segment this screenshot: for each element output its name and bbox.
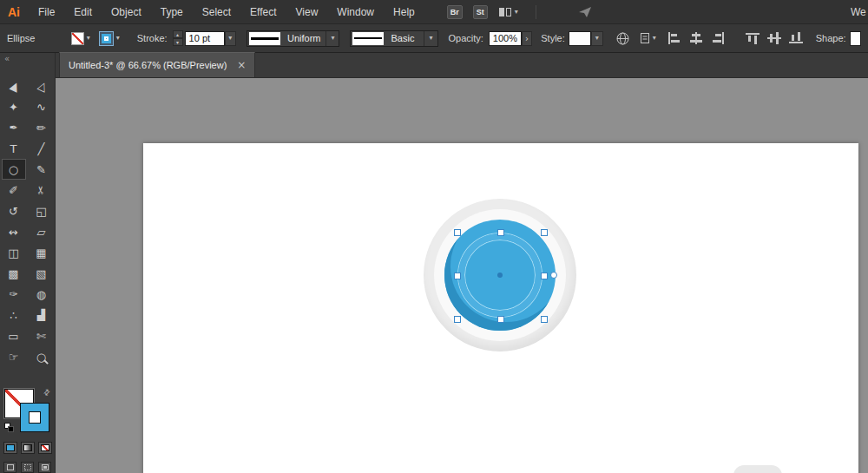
partial-shape[interactable] [733, 465, 782, 473]
selection-center-point[interactable] [497, 273, 503, 278]
line-segment-tool[interactable]: ╱ [30, 138, 54, 159]
slice-tool[interactable]: ✄ [30, 325, 54, 346]
hand-icon: ☞ [9, 351, 19, 364]
gradient-tool[interactable]: ▧ [30, 263, 54, 284]
stock-button[interactable]: St [473, 5, 488, 19]
gradient-button[interactable] [21, 442, 35, 454]
rotate-tool[interactable]: ↺ [2, 200, 26, 221]
selection-handle[interactable] [454, 316, 461, 323]
share-button[interactable] [578, 5, 592, 18]
stepper-up-icon[interactable]: ▴ [173, 30, 183, 38]
magic-wand-tool[interactable]: ✦ [2, 96, 26, 117]
column-graph-tool[interactable]: ▟ [30, 305, 54, 325]
align-horizontal-center-button[interactable] [688, 31, 704, 45]
align-vertical-bottom-button[interactable] [788, 31, 804, 45]
swap-fill-stroke-icon[interactable]: ⇄ [42, 387, 52, 397]
menu-select[interactable]: Select [193, 0, 240, 23]
width-profile-label: Uniform [282, 33, 326, 43]
align-horizontal-right-button[interactable] [710, 31, 726, 45]
scale-tool[interactable]: ◱ [30, 200, 54, 221]
selection-handle[interactable] [454, 273, 461, 279]
mesh-tool[interactable]: ▩ [2, 263, 26, 284]
ellipse-tool[interactable]: ○ [2, 159, 26, 180]
panel-collapse-button[interactable]: « [0, 53, 55, 67]
selection-handle[interactable] [541, 273, 548, 279]
perspective-grid-tool[interactable]: ▦ [30, 242, 54, 263]
menu-object[interactable]: Object [102, 0, 151, 23]
workspace-switcher[interactable]: We [851, 6, 868, 18]
symbol-sprayer-tool[interactable]: ∴ [2, 305, 26, 325]
stroke-weight-input[interactable] [185, 31, 225, 46]
menu-type[interactable]: Type [151, 0, 193, 23]
variable-width-profile-dropdown[interactable]: Uniform ▾ [247, 30, 340, 47]
direct-selection-tool[interactable]: ▷ [30, 76, 54, 96]
close-icon[interactable]: × [237, 59, 246, 71]
align-vertical-top-button[interactable] [745, 31, 760, 45]
dropdown-caret[interactable]: ▾ [326, 31, 339, 46]
color-button[interactable] [3, 442, 17, 454]
menu-effect[interactable]: Effect [240, 0, 286, 23]
stepper-down-icon[interactable]: ▾ [173, 38, 183, 46]
width-tool[interactable]: ↭ [2, 221, 26, 242]
none-icon [41, 444, 49, 451]
dropdown-caret[interactable]: ▾ [424, 31, 437, 46]
tools-panel: « ▶▷✦∿✒✏T╱○✎✐✂↺◱↭▱◫▦▩▧✑◍∴▟▭✄☞○ ⇄ [0, 53, 56, 473]
align-vertical-center-icon [766, 31, 782, 45]
selection-handle[interactable] [454, 229, 461, 236]
lasso-tool[interactable]: ∿ [30, 96, 54, 117]
selection-handle[interactable] [541, 316, 548, 323]
blend-tool[interactable]: ◍ [30, 284, 54, 305]
align-vertical-center-button[interactable] [766, 31, 782, 45]
scissors-tool[interactable]: ✂ [30, 180, 54, 200]
stroke-weight-dropdown-button[interactable]: ▾ [225, 31, 236, 46]
lasso-icon: ∿ [36, 101, 46, 114]
hand-tool[interactable]: ☞ [2, 346, 26, 367]
style-dropdown-button[interactable]: ▾ [591, 31, 603, 46]
shape-builder-tool[interactable]: ◫ [2, 242, 26, 263]
document-setup-button[interactable]: ▾ [639, 31, 656, 45]
stroke-color-control[interactable]: ▾ [99, 31, 120, 46]
default-fill-stroke-icon[interactable] [4, 423, 15, 432]
opacity-input[interactable] [489, 31, 522, 46]
paintbrush-tool[interactable]: ✎ [30, 159, 54, 180]
selection-tool[interactable]: ▶ [2, 76, 26, 96]
type-tool[interactable]: T [2, 138, 26, 159]
align-vertical-bottom-icon [788, 31, 804, 45]
shaper-icon: ✐ [9, 184, 18, 197]
anchor-point[interactable] [550, 272, 557, 279]
free-transform-tool[interactable]: ▱ [30, 221, 54, 242]
brush-definition-dropdown[interactable]: Basic ▾ [350, 30, 437, 47]
document-info-button[interactable] [615, 31, 630, 46]
opacity-flyout-button[interactable]: › [522, 31, 532, 46]
arrange-documents-button[interactable]: ▾ [498, 6, 518, 18]
shape-field[interactable] [850, 31, 861, 46]
selection-handle[interactable] [497, 229, 504, 236]
shaper-tool[interactable]: ✐ [2, 180, 26, 200]
zoom-tool[interactable]: ○ [30, 346, 54, 367]
artboard-tool[interactable]: ▭ [2, 325, 26, 346]
graphic-style-dropdown[interactable]: ▾ [569, 31, 603, 46]
selection-handle[interactable] [497, 316, 504, 323]
none-button[interactable] [38, 442, 52, 454]
chevron-down-icon: ▾ [515, 9, 518, 16]
selection-handle[interactable] [541, 229, 548, 236]
stroke-indicator[interactable] [21, 404, 49, 431]
menu-view[interactable]: View [286, 0, 328, 23]
menu-window[interactable]: Window [327, 0, 384, 23]
menu-file[interactable]: File [29, 0, 64, 23]
draw-inside-button[interactable] [38, 462, 51, 473]
align-horizontal-left-button[interactable] [667, 31, 682, 45]
menu-help[interactable]: Help [384, 0, 424, 23]
draw-normal-button[interactable] [3, 462, 16, 473]
draw-behind-button[interactable] [21, 462, 34, 473]
menu-edit[interactable]: Edit [64, 0, 102, 23]
curvature-tool[interactable]: ✏ [30, 117, 54, 138]
stroke-weight-stepper[interactable]: ▴ ▾ [173, 30, 183, 46]
arrange-documents-icon [498, 6, 512, 18]
bridge-button[interactable]: Br [447, 5, 463, 19]
pen-tool[interactable]: ✒ [2, 117, 26, 138]
document-tab[interactable]: Untitled-3* @ 66.67% (RGB/Preview) × [59, 52, 255, 77]
eyedropper-tool[interactable]: ✑ [2, 284, 26, 305]
fill-color-control[interactable]: ▾ [71, 32, 90, 45]
fill-stroke-proxy: ⇄ [0, 390, 55, 435]
